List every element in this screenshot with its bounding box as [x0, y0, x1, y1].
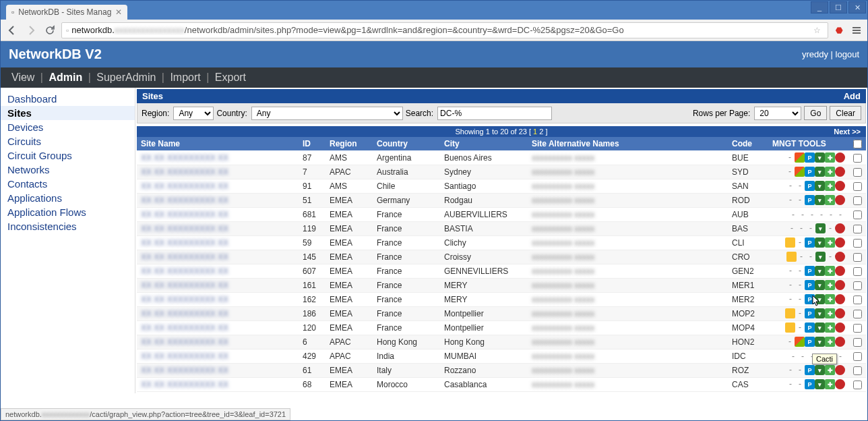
extension-icon[interactable]: ⬣ — [832, 24, 846, 37]
red-ball-icon[interactable] — [835, 195, 845, 205]
clear-button[interactable]: Clear — [830, 106, 861, 120]
row-checkbox[interactable] — [853, 352, 862, 361]
folder-icon[interactable] — [785, 308, 795, 318]
cacti-icon[interactable]: ✚ — [825, 294, 835, 304]
row-checkbox[interactable] — [853, 267, 862, 276]
windows-icon[interactable] — [795, 152, 805, 163]
cacti-icon[interactable]: ✚ — [825, 280, 835, 290]
red-ball-icon[interactable] — [835, 181, 845, 191]
sidebar-item-application-flows[interactable]: Application Flows — [1, 205, 135, 219]
parking-icon[interactable]: P — [805, 152, 815, 163]
cacti-icon[interactable]: ✚ — [825, 308, 835, 318]
col-id[interactable]: ID — [299, 137, 326, 150]
cacti-icon[interactable]: ✚ — [825, 379, 835, 389]
folder-icon[interactable] — [785, 322, 795, 333]
folder-icon[interactable] — [786, 252, 797, 262]
box-icon[interactable]: ▾ — [815, 252, 826, 262]
site-name-link[interactable]: XX XX XXXXXXXXX XX — [141, 224, 228, 233]
region-select[interactable]: Any — [173, 107, 214, 120]
red-ball-icon[interactable] — [835, 294, 845, 304]
close-window-button[interactable]: ✕ — [848, 1, 866, 13]
site-name-link[interactable]: XX XX XXXXXXXXX XX — [141, 323, 228, 333]
cacti-icon[interactable]: ✚ — [825, 365, 835, 375]
site-name-link[interactable]: XX XX XXXXXXXXX XX — [141, 167, 228, 177]
row-checkbox[interactable] — [853, 182, 862, 191]
parking-icon[interactable]: P — [805, 322, 815, 333]
box-icon[interactable]: ▾ — [815, 223, 826, 233]
sidebar-item-contacts[interactable]: Contacts — [1, 177, 135, 191]
site-name-link[interactable]: XX XX XXXXXXXXX XX — [141, 380, 228, 389]
site-name-link[interactable]: XX XX XXXXXXXXX XX — [141, 153, 228, 163]
next-page-link[interactable]: Next >> — [834, 128, 861, 136]
row-checkbox[interactable] — [853, 239, 862, 248]
red-ball-icon[interactable] — [835, 237, 845, 248]
bookmark-star-icon[interactable]: ☆ — [810, 24, 824, 37]
cacti-icon[interactable]: ✚ — [825, 237, 835, 248]
reload-button[interactable] — [42, 23, 57, 38]
site-name-link[interactable]: XX XX XXXXXXXXX XX — [141, 309, 228, 318]
box-icon[interactable]: ▾ — [815, 337, 825, 347]
box-icon[interactable]: ▾ — [815, 181, 825, 191]
col-alt-names[interactable]: Site Alternative Names — [528, 137, 728, 150]
menu-admin[interactable]: Admin — [49, 72, 82, 83]
box-icon[interactable]: ▾ — [815, 167, 825, 177]
parking-icon[interactable]: P — [805, 237, 815, 248]
select-all-checkbox[interactable] — [853, 140, 862, 148]
sidebar-item-sites[interactable]: Sites — [1, 106, 135, 120]
row-checkbox[interactable] — [853, 154, 862, 163]
parking-icon[interactable]: P — [805, 280, 815, 290]
red-ball-icon[interactable] — [835, 365, 845, 375]
red-ball-icon[interactable] — [835, 379, 845, 389]
col-country[interactable]: Country — [373, 137, 440, 150]
windows-icon[interactable] — [795, 167, 805, 177]
menu-view[interactable]: View — [11, 72, 34, 83]
page-2-link[interactable]: 2 — [539, 128, 543, 136]
site-name-link[interactable]: XX XX XXXXXXXXX XX — [141, 266, 228, 276]
cacti-icon[interactable]: ✚ — [825, 266, 835, 276]
box-icon[interactable]: ▾ — [815, 266, 825, 276]
red-ball-icon[interactable] — [835, 252, 845, 262]
parking-icon[interactable]: P — [805, 294, 815, 304]
row-checkbox[interactable] — [853, 366, 862, 375]
site-name-link[interactable]: XX XX XXXXXXXXX XX — [141, 337, 228, 347]
box-icon[interactable]: ▾ — [815, 294, 825, 304]
browser-tab[interactable]: ▫ NetworkDB - Sites Manag ✕ — [6, 5, 127, 20]
site-name-link[interactable]: XX XX XXXXXXXXX XX — [141, 352, 228, 361]
menu-import[interactable]: Import — [170, 72, 200, 83]
user-link[interactable]: yreddy — [802, 49, 828, 59]
red-ball-icon[interactable] — [835, 337, 845, 347]
box-icon[interactable]: ▾ — [815, 379, 825, 389]
row-checkbox[interactable] — [853, 196, 862, 205]
box-icon[interactable]: ▾ — [815, 195, 825, 205]
col-code[interactable]: Code — [728, 137, 768, 150]
row-checkbox[interactable] — [853, 253, 862, 262]
menu-export[interactable]: Export — [215, 72, 246, 83]
site-name-link[interactable]: XX XX XXXXXXXXX XX — [141, 366, 228, 375]
red-ball-icon[interactable] — [835, 167, 845, 177]
page-1-link[interactable]: 1 — [533, 128, 537, 136]
box-icon[interactable]: ▾ — [815, 237, 825, 248]
back-button[interactable] — [5, 23, 20, 38]
row-checkbox[interactable] — [853, 168, 862, 177]
red-ball-icon[interactable] — [835, 223, 845, 233]
parking-icon[interactable]: P — [805, 266, 815, 276]
red-ball-icon[interactable] — [835, 280, 845, 290]
menu-superadmin[interactable]: SuperAdmin — [96, 72, 156, 83]
maximize-window-button[interactable]: ☐ — [830, 1, 847, 13]
sidebar-item-devices[interactable]: Devices — [1, 120, 135, 134]
site-name-link[interactable]: XX XX XXXXXXXXX XX — [141, 238, 228, 248]
forward-button[interactable] — [24, 23, 38, 38]
row-checkbox[interactable] — [853, 210, 862, 219]
box-icon[interactable]: ▾ — [815, 365, 825, 375]
site-name-link[interactable]: XX XX XXXXXXXXX XX — [141, 196, 228, 205]
cacti-icon[interactable]: ✚ — [825, 167, 835, 177]
chrome-menu-icon[interactable] — [850, 24, 863, 37]
parking-icon[interactable]: P — [805, 379, 815, 389]
site-name-link[interactable]: XX XX XXXXXXXXX XX — [141, 295, 228, 304]
cacti-icon[interactable]: ✚ — [825, 195, 835, 205]
red-ball-icon[interactable] — [835, 308, 845, 318]
red-ball-icon[interactable] — [835, 152, 845, 163]
row-checkbox[interactable] — [853, 324, 862, 333]
sidebar-item-circuit-groups[interactable]: Circuit Groups — [1, 148, 135, 163]
sidebar-item-networks[interactable]: Networks — [1, 163, 135, 177]
